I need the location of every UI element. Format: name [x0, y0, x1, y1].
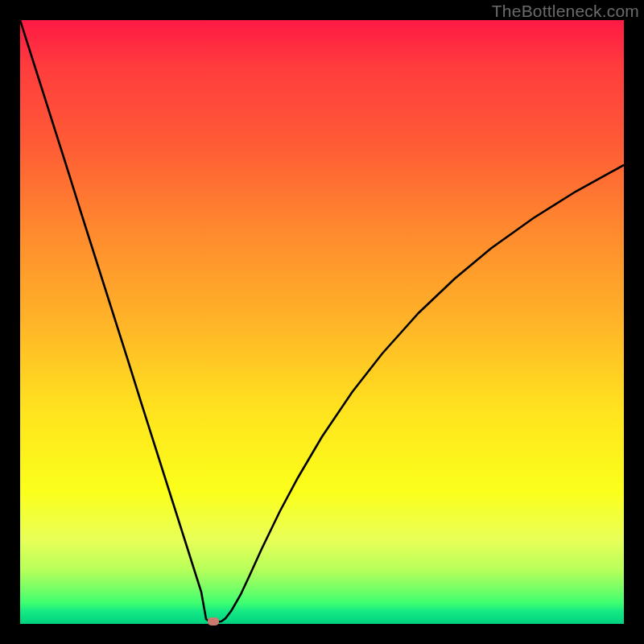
plot-area — [20, 20, 624, 624]
bottleneck-curve — [20, 20, 624, 624]
optimum-marker — [208, 617, 219, 625]
chart-frame: TheBottleneck.com — [0, 0, 644, 644]
watermark-text: TheBottleneck.com — [492, 2, 639, 21]
